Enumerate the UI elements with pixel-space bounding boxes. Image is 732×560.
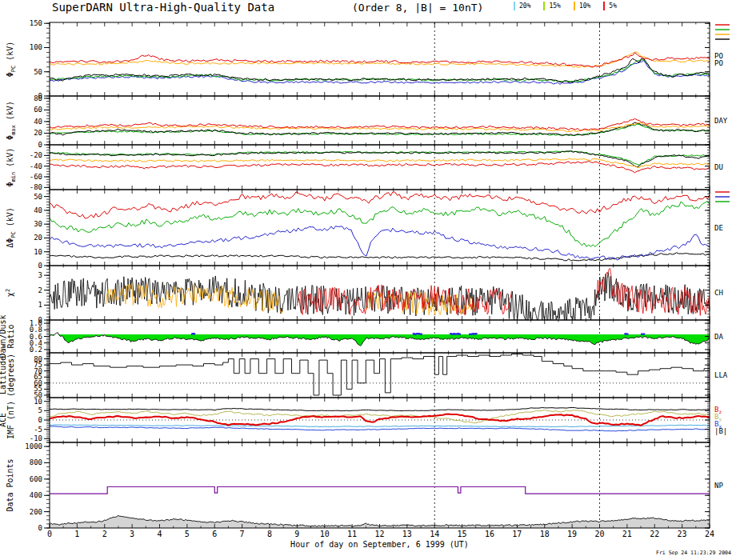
y-tick-label: 80: [34, 94, 42, 102]
x-tick-label: 19: [567, 530, 577, 538]
y-tick-label: 400: [30, 491, 42, 499]
x-tick-label: 11: [347, 530, 357, 538]
x-tick-label: 7: [240, 530, 245, 538]
panel-phi-min: -80-60-40-20Φmin​ (kV)DU: [6, 145, 723, 191]
y-tick-label: 3: [38, 271, 42, 279]
y-tick-label: -60: [30, 173, 42, 181]
right-panel-label: |B|: [714, 427, 727, 435]
legend-item: 20%: [514, 2, 530, 10]
panel-border: [50, 442, 710, 528]
x-tick-label: 12: [374, 530, 384, 538]
y-tick-label: -10: [30, 434, 42, 442]
y-axis-label: ΦPC​ (kV): [6, 42, 17, 78]
y-tick-label: 0: [38, 141, 42, 149]
y-tick-label: 0: [38, 262, 42, 270]
x-tick-label: 9: [294, 530, 299, 538]
x-tick-label: 8: [267, 530, 272, 538]
series-green: [50, 201, 710, 246]
x-tick-label: 24: [705, 530, 714, 538]
y-axis-label: Φmin​ (kV): [6, 148, 17, 187]
series-blue-marks: [469, 334, 477, 334]
panel-ace-imf: -10-50510ACEIMF (nT)BzByBx|B|: [0, 398, 727, 443]
y-axis-label: Data Points: [6, 458, 14, 511]
series-blue-marks: [191, 334, 195, 334]
y-tick-label: -80: [30, 183, 42, 191]
y-tick-label: 800: [30, 458, 42, 466]
x-tick-label: 1: [74, 530, 79, 538]
y-tick-label: 1.0: [30, 319, 42, 327]
y-axis-label: ΔΦPC​ (kV): [6, 207, 17, 248]
right-panel-label: DE: [714, 224, 723, 232]
chart-canvas: 050100150ΦPC​ (kV)POPO020406080Φmax​ (kV…: [0, 0, 732, 560]
y-tick-label: 30: [34, 220, 42, 228]
y-tick-label: -40: [30, 162, 42, 170]
y-tick-label: 80: [34, 355, 42, 363]
page-title: SuperDARN Ultra-High-Quality Data: [52, 1, 274, 14]
y-tick-label: 1000: [25, 442, 42, 450]
x-axis: 0123456789101112131415161718192021222324…: [47, 530, 714, 549]
y-tick-label: 600: [30, 475, 42, 483]
panel-chi-squared: 0123χ2​CH: [5, 266, 723, 324]
series-bx-cyan: [50, 425, 710, 427]
series-blue-marks: [641, 334, 645, 334]
y-tick-label: 0: [38, 416, 42, 424]
panel-border: [50, 96, 710, 145]
series-red: [50, 118, 710, 130]
x-tick-label: 5: [185, 530, 190, 538]
y-tick-label: 50: [34, 193, 42, 201]
x-tick-label: 3: [130, 530, 134, 538]
x-tick-label: 16: [485, 530, 494, 538]
x-axis-title: Hour of day on September, 6 1999 (UT): [290, 540, 469, 549]
y-tick-label: 20: [34, 234, 42, 242]
x-tick-label: 20: [594, 530, 604, 538]
y-tick-label: 1: [38, 301, 42, 309]
x-tick-label: 22: [650, 530, 659, 538]
y-tick-label: 150: [30, 19, 42, 27]
series-blue-marks: [413, 334, 422, 334]
x-tick-label: 0: [47, 530, 52, 538]
x-tick-label: 21: [622, 530, 632, 538]
panel-phi-max: 020406080Φmax​ (kV)DAY: [6, 94, 728, 149]
right-panel-label: DU: [714, 163, 723, 171]
x-tick-label: 17: [512, 530, 522, 538]
series-blue: [50, 226, 710, 260]
y-tick-label: 40: [34, 118, 42, 126]
y-tick-label: 5: [38, 406, 42, 414]
series-green: [50, 59, 710, 82]
right-panel-label: CH: [714, 289, 723, 297]
y-tick-label: 60: [34, 106, 42, 114]
legend-label: 5%: [609, 2, 617, 10]
x-tick-label: 18: [540, 530, 550, 538]
quality-legend: 20%15%10%5%: [514, 2, 617, 10]
x-tick-label: 10: [320, 530, 330, 538]
x-tick-label: 6: [212, 530, 217, 538]
series-blue-marks: [450, 334, 461, 334]
y-tick-label: 200: [30, 508, 42, 516]
series-black: [50, 253, 710, 261]
right-panel-label: DAY: [714, 117, 728, 125]
x-tick-label: 2: [102, 530, 107, 538]
legend-label: 20%: [519, 2, 530, 10]
panel-data-points: 02004006008001000Data PointsNP: [6, 442, 723, 532]
x-tick-label: 13: [402, 530, 412, 538]
panel-dawn-dusk-ratio: 0.20.40.60.81.0Dawn/DuskRatioDA: [0, 314, 723, 358]
panel-delta-phi-pc: 01020304050ΔΦPC​ (kV)DE: [6, 190, 730, 270]
x-tick-label: 14: [430, 530, 439, 538]
right-panel-label: NP: [714, 482, 723, 490]
panel-border: [50, 145, 710, 190]
legend-label: 10%: [579, 2, 590, 10]
y-tick-label: 2: [38, 286, 42, 294]
y-axis-label: IMF (nT): [6, 401, 15, 439]
panel-border: [50, 190, 710, 266]
x-tick-label: 23: [678, 530, 687, 538]
y-axis-label: Ratio: [6, 324, 15, 348]
right-panel-label: LLA: [714, 371, 728, 379]
series-np-level: [50, 487, 710, 494]
y-tick-label: 10: [34, 398, 42, 406]
legend-color-tick: [574, 2, 575, 10]
series-lat: [50, 354, 710, 396]
legend-item: 15%: [543, 2, 560, 10]
series-bx-blue: [50, 426, 710, 431]
y-tick-label: -5: [34, 426, 42, 434]
page-subtitle: (Order 8, |B| = 10nT): [352, 2, 483, 14]
